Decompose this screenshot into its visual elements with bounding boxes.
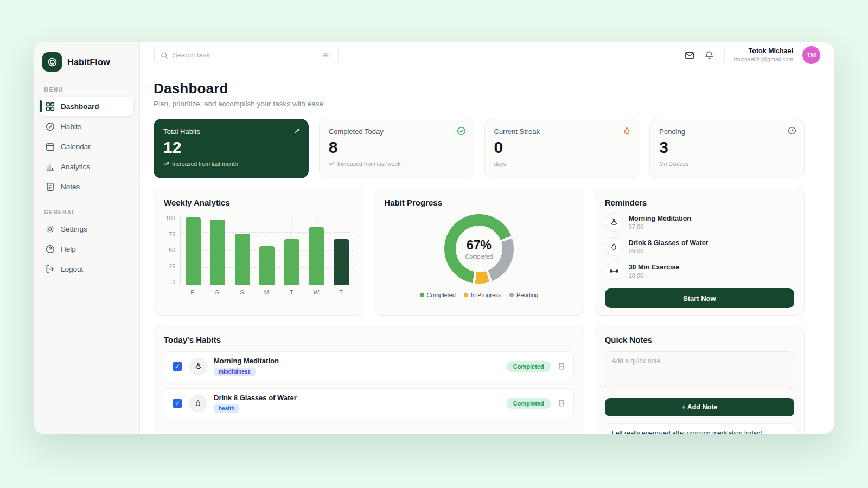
reminder-text: Drink 8 Glasses of Water 09:00	[629, 239, 709, 254]
trend-up-icon	[329, 162, 335, 166]
stat-value: 12	[163, 138, 299, 157]
check-circle-icon	[457, 126, 466, 136]
stat-value: 0	[494, 138, 630, 157]
quick-note-input[interactable]	[605, 351, 794, 389]
check-circle-icon	[46, 122, 55, 131]
app-name: HabitFlow	[67, 57, 110, 67]
mail-icon	[685, 51, 694, 60]
general-section-label: GENERAL	[40, 204, 133, 219]
sidebar-item-notes[interactable]: Notes	[40, 177, 133, 196]
mail-button[interactable]	[684, 50, 695, 61]
habit-text: Drink 8 Glasses of Water health	[214, 394, 297, 413]
stat-note: On Discuss	[659, 160, 795, 167]
document-icon	[46, 182, 55, 191]
y-axis: 100 75 50 25 0	[164, 215, 180, 285]
stat-note: days	[494, 160, 630, 167]
search-icon	[161, 52, 168, 59]
avatar[interactable]: TM	[802, 46, 820, 64]
stat-label: Pending	[659, 127, 795, 136]
sidebar-item-label: Logout	[61, 265, 83, 273]
stat-label: Completed Today	[329, 127, 464, 136]
sidebar-item-calendar[interactable]: Calendar	[40, 137, 133, 156]
sidebar-item-settings[interactable]: Settings	[40, 219, 133, 239]
legend-dot	[464, 293, 468, 297]
help-circle-icon	[46, 245, 55, 254]
menu-section-label: MENU	[40, 81, 133, 97]
panel-title: Weekly Analytics	[164, 198, 353, 207]
habit-text: Morning Meditation mindfulness	[214, 357, 279, 376]
topbar-right: Totok Michael tmichael20@gmail.com TM	[684, 46, 820, 64]
donut-percentage: 67%	[467, 238, 492, 253]
weekly-analytics-panel: Weekly Analytics 100 75 50 25 0	[154, 189, 363, 316]
donut-center-label: Completed	[465, 253, 493, 260]
habit-checkbox[interactable]: ✓	[173, 362, 182, 371]
search-shortcut: ⌘F	[322, 52, 332, 59]
reminder-item: 30 Min Exercise 18:00	[605, 262, 794, 280]
grid-icon	[46, 102, 55, 111]
panel-title: Quick Notes	[605, 335, 794, 344]
sidebar-item-dashboard[interactable]: Dashboard	[40, 97, 133, 116]
habit-row-right: Completed	[506, 361, 565, 372]
add-note-button[interactable]: + Add Note	[605, 398, 794, 416]
bar	[210, 220, 225, 285]
habit-checkbox[interactable]: ✓	[173, 399, 182, 408]
donut-chart: 67% Completed Completed In Progr	[384, 207, 573, 298]
start-now-button[interactable]: Start Now	[605, 288, 794, 308]
habit-tag: mindfulness	[214, 368, 256, 376]
gear-icon	[46, 224, 55, 234]
calendar-icon	[46, 142, 55, 151]
stat-label: Total Habits	[163, 127, 299, 136]
user-block: Totok Michael tmichael20@gmail.com	[734, 47, 793, 63]
plot-area	[180, 215, 353, 285]
bar-chart-icon	[46, 162, 55, 171]
search-box[interactable]: ⌘F	[154, 47, 339, 63]
bar	[309, 227, 324, 285]
sidebar-item-label: Settings	[61, 225, 87, 233]
search-input[interactable]	[173, 51, 318, 59]
bar	[259, 246, 275, 285]
habitflow-logo-icon	[42, 52, 62, 72]
meditation-icon	[189, 358, 207, 375]
sidebar-item-logout[interactable]: Logout	[40, 259, 133, 279]
reminder-text: Morning Meditation 07:00	[629, 215, 691, 230]
stat-card-completed-today: Completed Today 8 Increased from last we…	[319, 119, 474, 178]
water-icon	[605, 237, 623, 256]
sidebar-item-label: Help	[61, 245, 76, 253]
legend-dot	[420, 293, 424, 297]
donut-ring: 67% Completed	[444, 214, 514, 284]
donut-legend: Completed In Progress Pending	[420, 292, 539, 298]
reminder-item: Drink 8 Glasses of Water 09:00	[605, 237, 794, 256]
sidebar-item-habits[interactable]: Habits	[40, 117, 133, 136]
topbar: ⌘F Totok Michael tmichael20@gmail.com TM	[140, 42, 834, 68]
bar	[284, 239, 299, 285]
water-icon	[189, 395, 207, 412]
check-icon: ✓	[175, 400, 180, 407]
page-title: Dashboard	[154, 80, 805, 97]
main-area: ⌘F Totok Michael tmichael20@gmail.com TM…	[140, 42, 834, 434]
habit-tag: health	[214, 404, 239, 413]
stat-value: 3	[659, 138, 795, 157]
clock-icon	[788, 126, 796, 135]
status-badge: Completed	[506, 361, 551, 372]
exercise-icon	[605, 262, 623, 280]
sidebar-item-analytics[interactable]: Analytics	[40, 157, 133, 176]
sidebar-item-help[interactable]: Help	[40, 239, 133, 259]
reminder-item: Morning Meditation 07:00	[605, 213, 794, 232]
stat-note: Increased from last week	[329, 160, 464, 167]
bar	[235, 234, 250, 285]
check-icon: ✓	[175, 363, 180, 370]
meditation-icon	[605, 213, 623, 232]
note-icon[interactable]	[558, 399, 565, 407]
stat-card-current-streak: Current Streak 0 days	[484, 119, 640, 178]
bar	[186, 217, 201, 285]
habit-row: ✓ Drink 8 Glasses of Water health Comple…	[164, 388, 574, 418]
note-icon[interactable]	[558, 362, 565, 370]
bottom-row: Today's Habits ✓ Morning Meditation mind…	[154, 326, 805, 434]
stat-value: 8	[329, 138, 464, 157]
x-axis-labels: F S S M T W T	[180, 285, 353, 296]
logo: HabitFlow	[40, 51, 133, 81]
panel-title: Today's Habits	[164, 335, 574, 344]
reminder-text: 30 Min Exercise 18:00	[629, 264, 680, 279]
notifications-button[interactable]	[704, 50, 715, 61]
legend-dot	[509, 293, 514, 297]
